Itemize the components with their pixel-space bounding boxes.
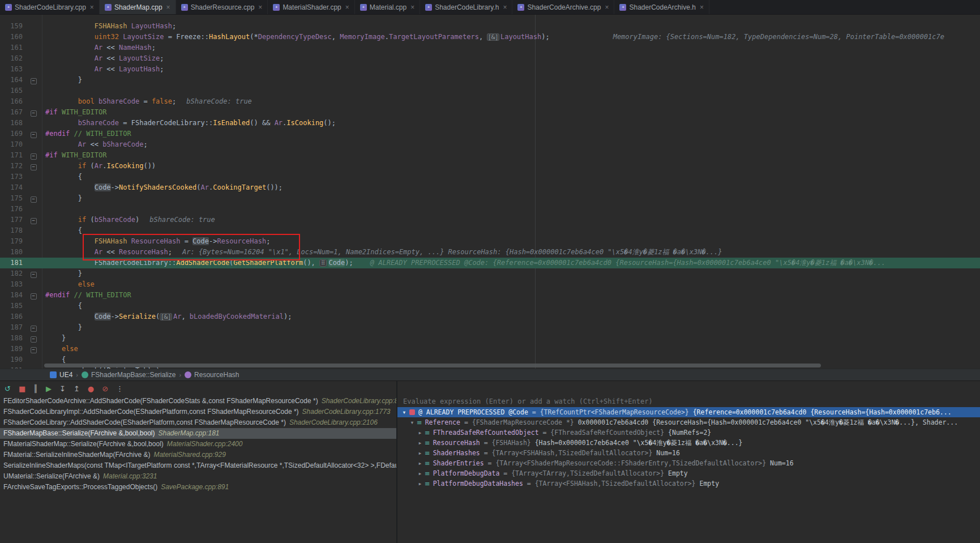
line-number[interactable]: 184	[0, 290, 26, 301]
stop-icon[interactable]: ■	[19, 385, 25, 392]
code-line[interactable]: 188−}	[0, 333, 980, 344]
line-number[interactable]: 179	[0, 236, 26, 247]
close-icon[interactable]: ×	[258, 3, 262, 11]
line-number[interactable]: 162	[0, 53, 26, 64]
breadcrumb-item-FShaderMapBase::Serialize[interactable]: FShaderMapBase::Serialize	[82, 371, 176, 379]
watch-row[interactable]: ▾≡Reference = {FShaderMapResourceCode *}…	[397, 417, 980, 427]
watch-row[interactable]: ▸≡PlatformDebugDataHashes = {TArray<FSHA…	[397, 478, 980, 489]
code-line[interactable]: 170Ar << bShareCode;	[0, 139, 980, 150]
chevron-right-icon[interactable]: ▸	[417, 468, 423, 478]
line-number[interactable]: 170	[0, 139, 26, 150]
watch-row[interactable]: ▾@ ALREADY PREPROCESSED @Code = {TRefCou…	[397, 407, 980, 417]
fold-marker-icon[interactable]: −	[26, 75, 41, 85]
code-line[interactable]: 180Ar << ResourceHash;Ar: {Bytes=Num=162…	[0, 247, 980, 258]
code-line[interactable]: 185{	[0, 301, 980, 311]
line-number[interactable]: 159	[0, 21, 26, 32]
code-line[interactable]: 162Ar << LayoutSize;	[0, 53, 980, 64]
fold-marker-icon[interactable]: −	[26, 290, 41, 301]
code-line[interactable]: 177−if (bShareCode)bShareCode: true	[0, 215, 980, 225]
code-line[interactable]: 167−#if WITH_EDITOR	[0, 107, 980, 118]
code-line[interactable]: 173{	[0, 172, 980, 182]
line-number[interactable]: 187	[0, 322, 26, 333]
line-number[interactable]: 166	[0, 96, 26, 107]
code-line[interactable]: 161Ar << NameHash;	[0, 42, 980, 53]
code-editor[interactable]: 159FSHAHash LayoutHash;160uint32 LayoutS…	[0, 14, 980, 369]
more-options-icon[interactable]: ⋮	[116, 385, 123, 392]
close-icon[interactable]: ×	[700, 3, 704, 11]
code-line[interactable]: 165	[0, 85, 980, 96]
tab-ShaderCodeLibrary.h[interactable]: +ShaderCodeLibrary.h×	[420, 0, 512, 14]
line-number[interactable]: 188	[0, 333, 26, 344]
close-icon[interactable]: ×	[90, 3, 94, 11]
stack-frame-row[interactable]: FShaderCodeLibrary::AddShaderCode(EShade…	[0, 417, 396, 428]
line-number[interactable]: 185	[0, 301, 26, 311]
view-breakpoints-icon[interactable]: ●	[88, 385, 94, 392]
resume-icon[interactable]: ▶	[46, 385, 52, 392]
code-line[interactable]: 184−#endif // WITH_EDITOR	[0, 290, 980, 301]
line-number[interactable]: 177	[0, 215, 26, 225]
fold-marker-icon[interactable]: −	[26, 268, 41, 279]
close-icon[interactable]: ×	[166, 3, 170, 11]
code-line[interactable]: 181FShaderCodeLibrary::AddShaderCode(Get…	[0, 258, 980, 268]
close-icon[interactable]: ×	[503, 3, 507, 11]
tab-ShaderMap.cpp[interactable]: +ShaderMap.cpp×	[100, 0, 176, 14]
fold-marker-icon[interactable]: −	[26, 150, 41, 161]
fold-marker-icon[interactable]: −	[26, 322, 41, 333]
stack-frame-row[interactable]: SerializeInlineShaderMaps(const TMap<ITa…	[0, 460, 396, 471]
code-line[interactable]: 176	[0, 204, 980, 215]
code-line[interactable]: 160uint32 LayoutSize = Freeze::HashLayou…	[0, 32, 980, 42]
fold-marker-icon[interactable]: −	[26, 344, 41, 354]
line-number[interactable]: 161	[0, 42, 26, 53]
code-line[interactable]: 171−#if WITH_EDITOR	[0, 150, 980, 161]
line-number[interactable]: 174	[0, 182, 26, 193]
evaluate-expression-input[interactable]: Evaluate expression (Enter) or add a wat…	[397, 396, 980, 407]
mute-breakpoints-icon[interactable]: ⊘	[102, 385, 108, 392]
line-number[interactable]: 182	[0, 268, 26, 279]
line-number[interactable]: 190	[0, 354, 26, 365]
watch-row[interactable]: ▸≡PlatformDebugData = {TArray<TArray,TSi…	[397, 468, 980, 478]
code-line[interactable]: 175−}	[0, 193, 980, 204]
fold-marker-icon[interactable]: −	[26, 107, 41, 118]
tab-MaterialShader.cpp[interactable]: +MaterialShader.cpp×	[268, 0, 354, 14]
chevron-right-icon[interactable]: ▸	[417, 458, 423, 468]
pause-icon[interactable]: ║	[33, 385, 38, 392]
breadcrumb-item-UE4[interactable]: UE4	[50, 371, 72, 379]
code-line[interactable]: 183else	[0, 279, 980, 290]
line-number[interactable]: 160	[0, 32, 26, 42]
tab-Material.cpp[interactable]: +Material.cpp×	[355, 0, 420, 14]
stack-frame-row[interactable]: UMaterial::Serialize(FArchive &)Material…	[0, 471, 396, 482]
code-line[interactable]: 159FSHAHash LayoutHash;	[0, 21, 980, 32]
stack-frame-row[interactable]: FEditorShaderCodeArchive::AddShaderCode(…	[0, 396, 396, 407]
close-icon[interactable]: ×	[345, 3, 349, 11]
watch-row[interactable]: ▸≡ShaderHashes = {TArray<FSHAHash,TSized…	[397, 448, 980, 458]
watch-row[interactable]: ▸≡ShaderEntries = {TArray<FShaderMapReso…	[397, 458, 980, 468]
line-number[interactable]: 180	[0, 247, 26, 258]
stack-frame-row[interactable]: FMaterialShaderMap::Serialize(FArchive &…	[0, 439, 396, 450]
stack-frame-row[interactable]: FShaderCodeLibraryImpl::AddShaderCode(ES…	[0, 407, 396, 417]
breadcrumb-item-ResourceHash[interactable]: ResourceHash	[185, 371, 239, 379]
fold-marker-icon[interactable]: −	[26, 193, 41, 204]
stack-frame-row[interactable]: FShaderMapBase::Serialize(FArchive &,boo…	[0, 428, 396, 439]
line-number[interactable]: 175	[0, 193, 26, 204]
chevron-right-icon[interactable]: ▸	[417, 427, 423, 438]
line-number[interactable]: 181	[0, 258, 26, 268]
code-line[interactable]: 187−}	[0, 322, 980, 333]
code-line[interactable]: 164−}	[0, 75, 980, 85]
watch-row[interactable]: ▸≡ResourceHash = {FSHAHash} {Hash=0x0000…	[397, 438, 980, 448]
code-line[interactable]: 169−#endif // WITH_EDITOR	[0, 129, 980, 139]
code-line[interactable]: 186Code->Serialize([&]Ar, bLoadedByCooke…	[0, 311, 980, 322]
fold-marker-icon[interactable]: −	[26, 129, 41, 139]
line-number[interactable]: 178	[0, 225, 26, 236]
line-number[interactable]: 163	[0, 64, 26, 75]
line-number[interactable]: 171	[0, 150, 26, 161]
close-icon[interactable]: ×	[605, 3, 609, 11]
line-number[interactable]: 183	[0, 279, 26, 290]
code-line[interactable]: 174Code->NotifyShadersCooked(Ar.CookingT…	[0, 182, 980, 193]
tab-ShaderCodeArchive.h[interactable]: +ShaderCodeArchive.h×	[614, 0, 709, 14]
code-line[interactable]: 168bShareCode = FShaderCodeLibrary::IsEn…	[0, 118, 980, 129]
chevron-right-icon[interactable]: ▸	[417, 438, 423, 448]
fold-marker-icon[interactable]: −	[26, 215, 41, 225]
tab-ShaderCodeArchive.cpp[interactable]: +ShaderCodeArchive.cpp×	[512, 0, 614, 14]
line-number[interactable]: 172	[0, 161, 26, 172]
code-line[interactable]: 172−if (Ar.IsCooking())	[0, 161, 980, 172]
